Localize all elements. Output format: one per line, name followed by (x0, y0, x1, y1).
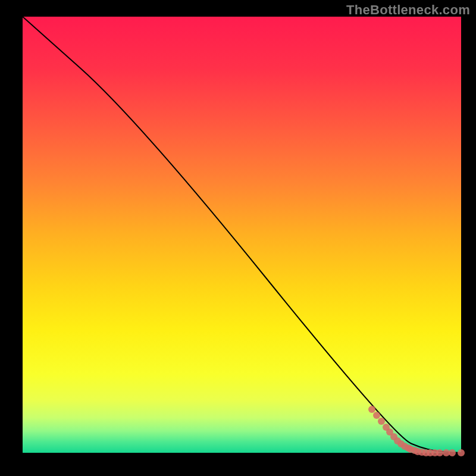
plot-background (23, 17, 461, 453)
marker-dot (368, 406, 375, 413)
marker-dot (373, 412, 380, 419)
marker-dot (436, 449, 443, 456)
marker-dot (378, 418, 385, 425)
marker-dot (458, 449, 465, 456)
attribution-watermark: TheBottleneck.com (346, 2, 470, 18)
bottleneck-chart (0, 0, 476, 476)
chart-container: TheBottleneck.com (0, 0, 476, 476)
marker-dot (449, 449, 456, 456)
